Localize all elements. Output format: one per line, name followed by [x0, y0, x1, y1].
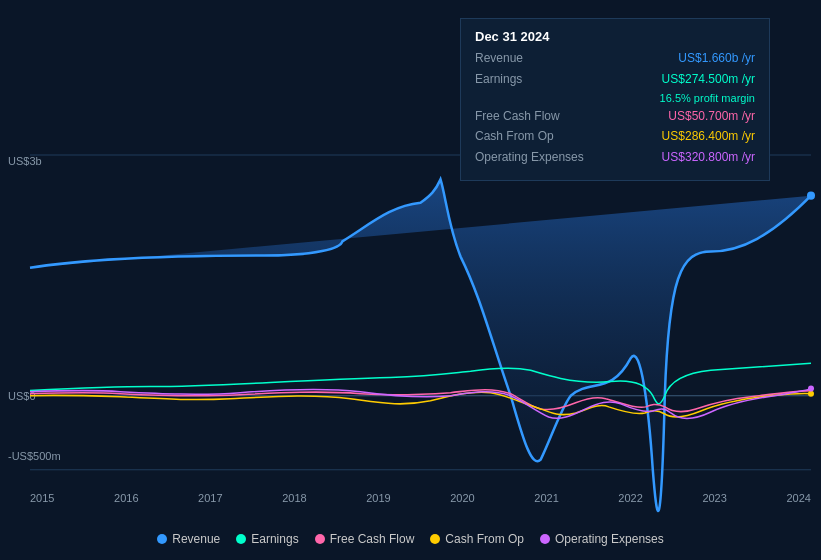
tooltip-date: Dec 31 2024	[475, 29, 755, 44]
x-label-2021: 2021	[534, 492, 558, 504]
x-label-2016: 2016	[114, 492, 138, 504]
legend-revenue[interactable]: Revenue	[157, 532, 220, 546]
legend-fcf-label: Free Cash Flow	[330, 532, 415, 546]
tooltip-opex-row: Operating Expenses US$320.800m /yr	[475, 149, 755, 166]
legend-cashfromop-dot	[430, 534, 440, 544]
legend-earnings-dot	[236, 534, 246, 544]
legend-revenue-dot	[157, 534, 167, 544]
legend-cashfromop[interactable]: Cash From Op	[430, 532, 524, 546]
svg-point-3	[807, 192, 815, 200]
chart-legend: Revenue Earnings Free Cash Flow Cash Fro…	[0, 532, 821, 546]
tooltip-revenue-value: US$1.660b /yr	[678, 50, 755, 67]
tooltip-earnings-value: US$274.500m /yr	[662, 71, 755, 88]
x-axis: 2015 2016 2017 2018 2019 2020 2021 2022 …	[30, 492, 811, 504]
legend-fcf[interactable]: Free Cash Flow	[315, 532, 415, 546]
tooltip-margin-value: 16.5% profit margin	[660, 92, 755, 104]
tooltip-cashfromop-label: Cash From Op	[475, 128, 595, 145]
tooltip-opex-label: Operating Expenses	[475, 149, 595, 166]
tooltip-earnings-row: Earnings US$274.500m /yr	[475, 71, 755, 88]
x-label-2020: 2020	[450, 492, 474, 504]
chart-svg	[30, 155, 811, 480]
legend-fcf-dot	[315, 534, 325, 544]
tooltip-fcf-row: Free Cash Flow US$50.700m /yr	[475, 108, 755, 125]
tooltip-revenue-row: Revenue US$1.660b /yr	[475, 50, 755, 67]
info-tooltip: Dec 31 2024 Revenue US$1.660b /yr Earnin…	[460, 18, 770, 181]
tooltip-cashfromop-value: US$286.400m /yr	[662, 128, 755, 145]
legend-cashfromop-label: Cash From Op	[445, 532, 524, 546]
legend-earnings[interactable]: Earnings	[236, 532, 298, 546]
x-label-2018: 2018	[282, 492, 306, 504]
tooltip-fcf-value: US$50.700m /yr	[668, 108, 755, 125]
chart-area	[30, 155, 811, 480]
tooltip-revenue-label: Revenue	[475, 50, 595, 67]
x-label-2022: 2022	[618, 492, 642, 504]
tooltip-fcf-label: Free Cash Flow	[475, 108, 595, 125]
x-label-2015: 2015	[30, 492, 54, 504]
x-label-2017: 2017	[198, 492, 222, 504]
tooltip-opex-value: US$320.800m /yr	[662, 149, 755, 166]
legend-revenue-label: Revenue	[172, 532, 220, 546]
svg-point-5	[808, 386, 814, 392]
legend-opex-label: Operating Expenses	[555, 532, 664, 546]
x-label-2024: 2024	[786, 492, 810, 504]
tooltip-margin-row: 16.5% profit margin	[475, 92, 755, 104]
x-label-2019: 2019	[366, 492, 390, 504]
legend-earnings-label: Earnings	[251, 532, 298, 546]
legend-opex[interactable]: Operating Expenses	[540, 532, 664, 546]
x-label-2023: 2023	[702, 492, 726, 504]
tooltip-cashfromop-row: Cash From Op US$286.400m /yr	[475, 128, 755, 145]
legend-opex-dot	[540, 534, 550, 544]
tooltip-earnings-label: Earnings	[475, 71, 595, 88]
